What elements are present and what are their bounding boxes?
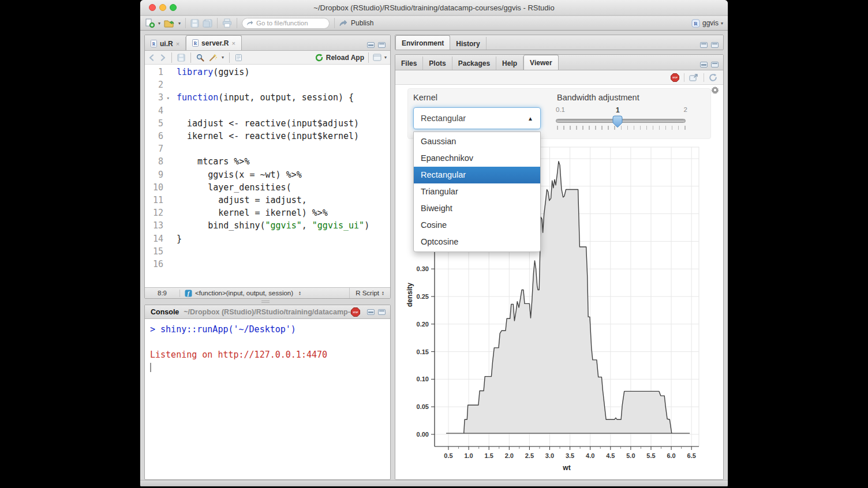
maximize-pane-icon[interactable]	[378, 309, 386, 315]
restore-pane-icon[interactable]	[711, 62, 719, 67]
stop-icon[interactable]: STOP	[351, 307, 360, 317]
code-line[interactable]: 5 iadjust <- reactive(input$adjust)	[145, 117, 390, 130]
code-text: bind_shiny("ggvis", "ggvis_ui")	[169, 219, 369, 232]
code-line[interactable]: 1library(ggvis)	[145, 66, 390, 78]
close-tab-icon[interactable]: ×	[231, 40, 235, 47]
reload-app-icon[interactable]	[315, 54, 323, 62]
save-all-icon[interactable]	[203, 19, 212, 28]
line-number: 13	[145, 219, 169, 232]
maximize-pane-icon[interactable]	[711, 42, 719, 48]
x-tick-label: 6.0	[667, 452, 675, 459]
open-in-new-window-icon[interactable]	[689, 73, 699, 81]
function-scope-selector[interactable]: f <function>(input, output, session) ▲▼	[185, 290, 301, 297]
open-file-icon[interactable]	[164, 19, 175, 28]
print-icon[interactable]	[222, 18, 232, 28]
pane-resize-handle[interactable]	[261, 301, 270, 303]
function-scope-label: <function>(input, output, session)	[195, 290, 293, 296]
slider-tick	[563, 126, 564, 130]
tab-plots[interactable]: Plots	[423, 57, 452, 70]
code-text: kernel = ikernel) %>%	[169, 207, 328, 219]
refresh-icon[interactable]	[709, 73, 717, 82]
publish-label[interactable]: Publish	[351, 19, 373, 27]
kernel-option-rectangular[interactable]: Rectangular	[414, 167, 540, 183]
code-line[interactable]: 4	[145, 104, 390, 117]
y-tick-label: 0.00	[417, 431, 429, 438]
files-viewer-pane: FilesPlotsPackagesHelpViewer STOP Kernel…	[395, 54, 724, 480]
code-line[interactable]: 11 adjust = iadjust,	[145, 194, 390, 207]
console-pane: Console ~/Dropbox (RStudio)/RStudio/trai…	[144, 305, 391, 480]
kernel-option-triangular[interactable]: Triangular	[414, 183, 540, 200]
fold-arrow-icon[interactable]: ▾	[167, 92, 170, 104]
back-icon[interactable]	[148, 54, 155, 61]
kernel-option-optcosine[interactable]: Optcosine	[414, 234, 540, 250]
restore-pane-icon[interactable]	[700, 42, 708, 48]
open-file-menu-caret[interactable]: ▾	[178, 21, 181, 26]
kernel-option-epanechnikov[interactable]: Epanechnikov	[414, 150, 540, 167]
kernel-option-cosine[interactable]: Cosine	[414, 217, 540, 234]
tab-environment[interactable]: Environment	[395, 35, 450, 50]
slider-tick	[582, 126, 583, 130]
publish-icon[interactable]	[339, 20, 347, 27]
gear-icon[interactable]	[711, 86, 719, 94]
reload-app-label[interactable]: Reload App	[326, 54, 364, 62]
x-tick-label: 3.0	[545, 452, 554, 459]
maximize-pane-icon[interactable]	[378, 42, 386, 48]
close-tab-icon[interactable]: ×	[176, 40, 179, 47]
svg-text:R: R	[152, 42, 156, 47]
tab-files[interactable]: Files	[395, 57, 423, 70]
tab-server-r[interactable]: Rserver.R×	[186, 35, 242, 50]
code-line[interactable]: 7	[145, 142, 390, 155]
new-file-menu-caret[interactable]: ▾	[158, 21, 160, 26]
code-tools-caret[interactable]: ▾	[222, 55, 224, 60]
kernel-select[interactable]: Rectangular ▲	[413, 107, 541, 129]
code-line[interactable]: 6 ikernel <- reactive(input$kernel)	[145, 130, 390, 142]
x-tick-label: 6.5	[687, 452, 696, 459]
code-line[interactable]: 10 layer_densities(	[145, 181, 390, 194]
source-panes-icon[interactable]	[373, 54, 381, 61]
code-line[interactable]: 2	[145, 78, 390, 91]
tab-ui-r[interactable]: Rui.R×	[145, 37, 186, 50]
project-menu-button[interactable]: R ggvis ▾	[691, 19, 723, 28]
tab-help[interactable]: Help	[496, 57, 523, 70]
line-number: 5	[145, 117, 169, 130]
project-name: ggvis	[702, 19, 719, 27]
line-number: 8	[145, 155, 169, 168]
x-tick-label: 5.5	[646, 452, 655, 459]
console-title: Console	[151, 308, 179, 316]
code-line[interactable]: 9 ggvis(x = ~wt) %>%	[145, 168, 390, 181]
console-output[interactable]: > shiny::runApp('~/Desktop') Listening o…	[145, 319, 390, 372]
code-editor[interactable]: 1library(ggvis)2 3▾function(input, outpu…	[145, 65, 390, 271]
goto-file-input[interactable]	[256, 20, 320, 27]
source-panes-caret[interactable]: ▾	[384, 55, 387, 60]
save-icon[interactable]	[190, 19, 199, 28]
slider-tick	[595, 126, 596, 130]
new-file-icon[interactable]	[145, 18, 155, 28]
compile-notebook-icon[interactable]	[235, 54, 242, 62]
code-line[interactable]: 16	[145, 258, 390, 271]
kernel-option-biweight[interactable]: Biweight	[414, 200, 540, 217]
slider-tick	[608, 126, 609, 130]
code-line[interactable]: 3▾function(input, output, session) {	[145, 91, 390, 104]
stop-icon[interactable]: STOP	[671, 73, 679, 82]
minimize-pane-icon[interactable]	[367, 42, 375, 48]
search-icon[interactable]	[196, 54, 204, 62]
tab-viewer[interactable]: Viewer	[523, 55, 558, 70]
kernel-option-gaussian[interactable]: Gaussian	[414, 133, 540, 150]
code-line[interactable]: 13 bind_shiny("ggvis", "ggvis_ui")	[145, 219, 390, 232]
code-line[interactable]: 8 mtcars %>%	[145, 155, 390, 168]
tab-packages[interactable]: Packages	[452, 57, 496, 70]
goto-file-search[interactable]	[242, 18, 330, 29]
slider-handle[interactable]	[612, 115, 623, 128]
minimize-pane-icon[interactable]	[367, 309, 375, 315]
tab-history[interactable]: History	[450, 37, 486, 50]
code-line[interactable]: 15	[145, 245, 390, 258]
code-line[interactable]: 14}	[145, 232, 390, 245]
minimize-pane-icon[interactable]	[700, 62, 708, 67]
save-icon[interactable]	[177, 54, 185, 62]
code-tools-wand-icon[interactable]	[208, 54, 218, 62]
forward-icon[interactable]	[159, 54, 166, 61]
code-line[interactable]: 12 kernel = ikernel) %>%	[145, 207, 390, 219]
code-text: ggvis(x = ~wt) %>%	[169, 168, 302, 181]
filetype-selector[interactable]: R Script ▲▼	[349, 288, 390, 298]
slider-tick	[627, 126, 628, 130]
